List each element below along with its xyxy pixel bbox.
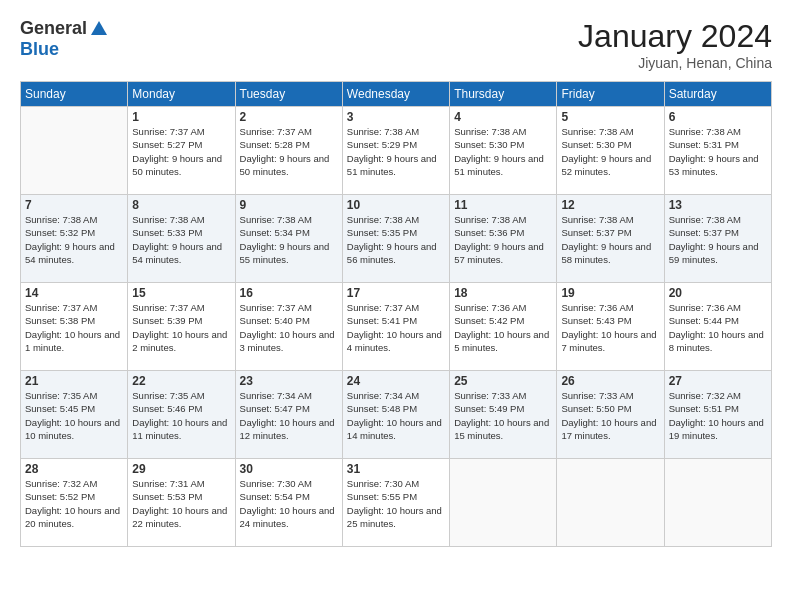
logo: General Blue	[20, 18, 109, 60]
table-row: 7Sunrise: 7:38 AMSunset: 5:32 PMDaylight…	[21, 195, 128, 283]
day-number: 3	[347, 110, 445, 124]
col-thursday: Thursday	[450, 82, 557, 107]
day-info: Sunrise: 7:37 AMSunset: 5:39 PMDaylight:…	[132, 301, 230, 354]
table-row: 21Sunrise: 7:35 AMSunset: 5:45 PMDayligh…	[21, 371, 128, 459]
table-row	[21, 107, 128, 195]
day-info: Sunrise: 7:36 AMSunset: 5:42 PMDaylight:…	[454, 301, 552, 354]
logo-icon	[89, 19, 109, 39]
day-info: Sunrise: 7:37 AMSunset: 5:41 PMDaylight:…	[347, 301, 445, 354]
day-number: 8	[132, 198, 230, 212]
day-number: 16	[240, 286, 338, 300]
title-section: January 2024 Jiyuan, Henan, China	[578, 18, 772, 71]
table-row: 29Sunrise: 7:31 AMSunset: 5:53 PMDayligh…	[128, 459, 235, 547]
day-info: Sunrise: 7:35 AMSunset: 5:46 PMDaylight:…	[132, 389, 230, 442]
day-number: 14	[25, 286, 123, 300]
day-number: 29	[132, 462, 230, 476]
day-number: 1	[132, 110, 230, 124]
logo-blue-text: Blue	[20, 39, 59, 60]
day-info: Sunrise: 7:38 AMSunset: 5:31 PMDaylight:…	[669, 125, 767, 178]
day-number: 15	[132, 286, 230, 300]
table-row: 13Sunrise: 7:38 AMSunset: 5:37 PMDayligh…	[664, 195, 771, 283]
day-info: Sunrise: 7:33 AMSunset: 5:49 PMDaylight:…	[454, 389, 552, 442]
day-info: Sunrise: 7:38 AMSunset: 5:29 PMDaylight:…	[347, 125, 445, 178]
day-info: Sunrise: 7:38 AMSunset: 5:36 PMDaylight:…	[454, 213, 552, 266]
calendar-week-row: 1Sunrise: 7:37 AMSunset: 5:27 PMDaylight…	[21, 107, 772, 195]
day-number: 26	[561, 374, 659, 388]
day-number: 18	[454, 286, 552, 300]
day-info: Sunrise: 7:38 AMSunset: 5:37 PMDaylight:…	[561, 213, 659, 266]
day-info: Sunrise: 7:38 AMSunset: 5:35 PMDaylight:…	[347, 213, 445, 266]
day-number: 27	[669, 374, 767, 388]
table-row	[664, 459, 771, 547]
table-row: 26Sunrise: 7:33 AMSunset: 5:50 PMDayligh…	[557, 371, 664, 459]
day-number: 22	[132, 374, 230, 388]
table-row: 2Sunrise: 7:37 AMSunset: 5:28 PMDaylight…	[235, 107, 342, 195]
day-number: 12	[561, 198, 659, 212]
table-row: 6Sunrise: 7:38 AMSunset: 5:31 PMDaylight…	[664, 107, 771, 195]
table-row: 18Sunrise: 7:36 AMSunset: 5:42 PMDayligh…	[450, 283, 557, 371]
table-row	[450, 459, 557, 547]
day-number: 11	[454, 198, 552, 212]
table-row: 31Sunrise: 7:30 AMSunset: 5:55 PMDayligh…	[342, 459, 449, 547]
table-row: 11Sunrise: 7:38 AMSunset: 5:36 PMDayligh…	[450, 195, 557, 283]
calendar-week-row: 7Sunrise: 7:38 AMSunset: 5:32 PMDaylight…	[21, 195, 772, 283]
location-subtitle: Jiyuan, Henan, China	[578, 55, 772, 71]
day-number: 13	[669, 198, 767, 212]
table-row: 30Sunrise: 7:30 AMSunset: 5:54 PMDayligh…	[235, 459, 342, 547]
day-number: 24	[347, 374, 445, 388]
day-info: Sunrise: 7:38 AMSunset: 5:33 PMDaylight:…	[132, 213, 230, 266]
day-number: 7	[25, 198, 123, 212]
day-info: Sunrise: 7:30 AMSunset: 5:54 PMDaylight:…	[240, 477, 338, 530]
col-sunday: Sunday	[21, 82, 128, 107]
col-tuesday: Tuesday	[235, 82, 342, 107]
col-wednesday: Wednesday	[342, 82, 449, 107]
table-row: 4Sunrise: 7:38 AMSunset: 5:30 PMDaylight…	[450, 107, 557, 195]
table-row: 12Sunrise: 7:38 AMSunset: 5:37 PMDayligh…	[557, 195, 664, 283]
day-number: 9	[240, 198, 338, 212]
table-row: 10Sunrise: 7:38 AMSunset: 5:35 PMDayligh…	[342, 195, 449, 283]
day-number: 10	[347, 198, 445, 212]
day-number: 30	[240, 462, 338, 476]
day-info: Sunrise: 7:38 AMSunset: 5:30 PMDaylight:…	[454, 125, 552, 178]
table-row: 20Sunrise: 7:36 AMSunset: 5:44 PMDayligh…	[664, 283, 771, 371]
calendar-week-row: 14Sunrise: 7:37 AMSunset: 5:38 PMDayligh…	[21, 283, 772, 371]
table-row: 8Sunrise: 7:38 AMSunset: 5:33 PMDaylight…	[128, 195, 235, 283]
day-info: Sunrise: 7:38 AMSunset: 5:37 PMDaylight:…	[669, 213, 767, 266]
table-row: 16Sunrise: 7:37 AMSunset: 5:40 PMDayligh…	[235, 283, 342, 371]
day-info: Sunrise: 7:36 AMSunset: 5:43 PMDaylight:…	[561, 301, 659, 354]
svg-marker-0	[91, 21, 107, 35]
calendar-week-row: 21Sunrise: 7:35 AMSunset: 5:45 PMDayligh…	[21, 371, 772, 459]
table-row: 9Sunrise: 7:38 AMSunset: 5:34 PMDaylight…	[235, 195, 342, 283]
day-number: 4	[454, 110, 552, 124]
table-row: 25Sunrise: 7:33 AMSunset: 5:49 PMDayligh…	[450, 371, 557, 459]
col-monday: Monday	[128, 82, 235, 107]
table-row: 5Sunrise: 7:38 AMSunset: 5:30 PMDaylight…	[557, 107, 664, 195]
day-number: 20	[669, 286, 767, 300]
calendar-week-row: 28Sunrise: 7:32 AMSunset: 5:52 PMDayligh…	[21, 459, 772, 547]
day-info: Sunrise: 7:37 AMSunset: 5:40 PMDaylight:…	[240, 301, 338, 354]
day-info: Sunrise: 7:34 AMSunset: 5:48 PMDaylight:…	[347, 389, 445, 442]
day-info: Sunrise: 7:32 AMSunset: 5:52 PMDaylight:…	[25, 477, 123, 530]
col-friday: Friday	[557, 82, 664, 107]
calendar-header-row: Sunday Monday Tuesday Wednesday Thursday…	[21, 82, 772, 107]
day-number: 25	[454, 374, 552, 388]
page: General Blue January 2024 Jiyuan, Henan,…	[0, 0, 792, 612]
table-row: 14Sunrise: 7:37 AMSunset: 5:38 PMDayligh…	[21, 283, 128, 371]
day-info: Sunrise: 7:38 AMSunset: 5:34 PMDaylight:…	[240, 213, 338, 266]
table-row: 23Sunrise: 7:34 AMSunset: 5:47 PMDayligh…	[235, 371, 342, 459]
month-title: January 2024	[578, 18, 772, 55]
day-info: Sunrise: 7:35 AMSunset: 5:45 PMDaylight:…	[25, 389, 123, 442]
header: General Blue January 2024 Jiyuan, Henan,…	[20, 18, 772, 71]
table-row: 3Sunrise: 7:38 AMSunset: 5:29 PMDaylight…	[342, 107, 449, 195]
table-row: 24Sunrise: 7:34 AMSunset: 5:48 PMDayligh…	[342, 371, 449, 459]
day-info: Sunrise: 7:38 AMSunset: 5:30 PMDaylight:…	[561, 125, 659, 178]
day-info: Sunrise: 7:37 AMSunset: 5:27 PMDaylight:…	[132, 125, 230, 178]
day-info: Sunrise: 7:31 AMSunset: 5:53 PMDaylight:…	[132, 477, 230, 530]
day-info: Sunrise: 7:33 AMSunset: 5:50 PMDaylight:…	[561, 389, 659, 442]
day-number: 28	[25, 462, 123, 476]
logo-general-text: General	[20, 18, 87, 39]
table-row: 19Sunrise: 7:36 AMSunset: 5:43 PMDayligh…	[557, 283, 664, 371]
table-row: 28Sunrise: 7:32 AMSunset: 5:52 PMDayligh…	[21, 459, 128, 547]
day-info: Sunrise: 7:32 AMSunset: 5:51 PMDaylight:…	[669, 389, 767, 442]
day-info: Sunrise: 7:30 AMSunset: 5:55 PMDaylight:…	[347, 477, 445, 530]
